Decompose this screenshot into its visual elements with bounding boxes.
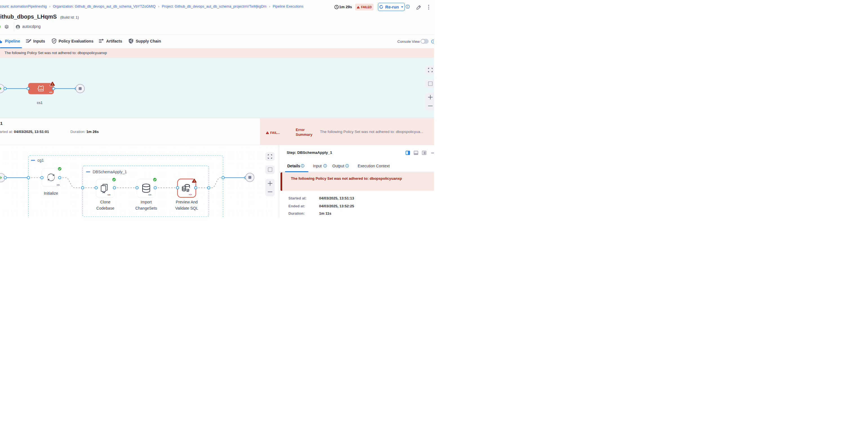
svg-text:DBSchemaApply_1: DBSchemaApply_1 <box>93 169 127 174</box>
svg-text:</>: </> <box>39 88 43 91</box>
svg-text:!: ! <box>194 180 195 183</box>
svg-text:</>: </> <box>189 193 192 196</box>
svg-text:cg1: cg1 <box>37 158 44 162</box>
svg-text:!: ! <box>52 83 53 86</box>
svg-text:</>: </> <box>148 193 152 196</box>
svg-text:</>: </> <box>49 91 53 94</box>
svg-text:</>: </> <box>107 193 111 196</box>
svg-text:</>: </> <box>57 184 60 186</box>
